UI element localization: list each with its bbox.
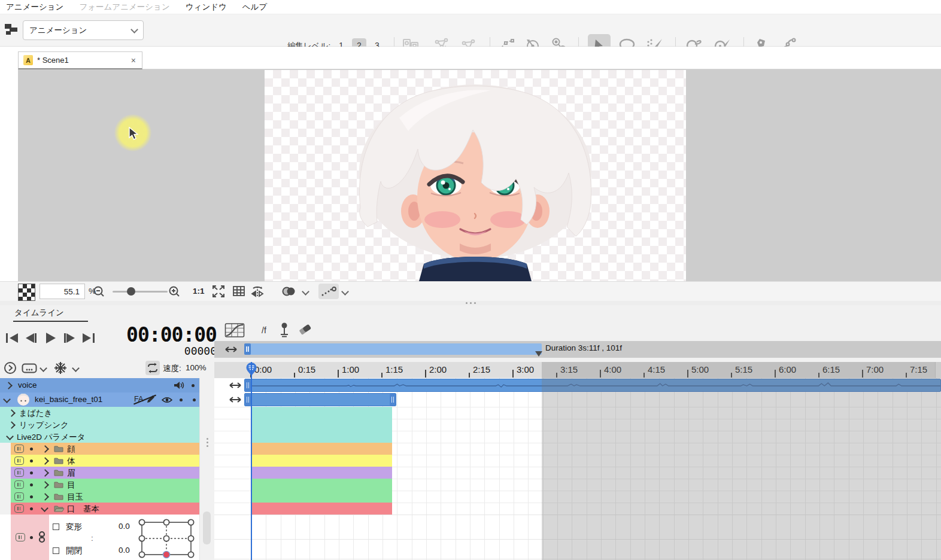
- expand-all-icon[interactable]: [4, 361, 17, 377]
- workspace-selector[interactable]: アニメーション: [23, 20, 144, 40]
- keyframe-band-groups[interactable]: [251, 407, 392, 443]
- snapshot-snowflake-icon[interactable]: [54, 361, 67, 377]
- timeline-track-area[interactable]: [214, 378, 941, 560]
- param-row-eye[interactable]: 目: [0, 479, 199, 491]
- keyframe-band-face[interactable]: [251, 443, 392, 455]
- track-row-voice[interactable]: voice: [0, 378, 199, 392]
- stretch-track-icon[interactable]: [229, 394, 242, 405]
- param-checkbox[interactable]: [53, 524, 59, 530]
- param-checkbox[interactable]: [53, 547, 59, 554]
- transparent-canvas[interactable]: [265, 70, 686, 281]
- zoom-input[interactable]: 55.1: [40, 284, 85, 299]
- keyframe-dot[interactable]: [30, 483, 33, 486]
- go-to-start-button[interactable]: [5, 332, 19, 344]
- actual-size-button[interactable]: 1:1: [193, 287, 205, 296]
- flip-view-icon[interactable]: [250, 284, 266, 299]
- curve-display-icon[interactable]: [318, 284, 339, 299]
- keyframe-dot[interactable]: [180, 398, 183, 401]
- chevron-right-icon[interactable]: [8, 409, 16, 417]
- chevron-down-icon[interactable]: [341, 288, 349, 296]
- keyframe-dot[interactable]: [30, 471, 33, 474]
- keyframe-band-body[interactable]: [251, 455, 392, 467]
- keyframe-band-eyeball[interactable]: [251, 491, 392, 503]
- blend-view-icon[interactable]: [281, 284, 297, 299]
- link-keys-icon[interactable]: [37, 531, 47, 544]
- loop-playback-button[interactable]: [145, 361, 160, 375]
- eye-icon[interactable]: [162, 396, 172, 404]
- duration-bar-handle[interactable]: [244, 343, 251, 355]
- keyframe-dot[interactable]: [30, 495, 33, 498]
- param-value[interactable]: 0.0: [119, 546, 130, 555]
- curve-editor-icon[interactable]: [224, 322, 245, 339]
- scrollbar-thumb[interactable]: [203, 512, 211, 544]
- step-forward-button[interactable]: [62, 332, 77, 344]
- zoom-in-icon[interactable]: [166, 284, 182, 299]
- zoom-slider-knob[interactable]: [127, 287, 135, 296]
- keyframe-dot[interactable]: [30, 507, 33, 510]
- chevron-down-icon[interactable]: [72, 364, 80, 372]
- duration-end-marker[interactable]: [535, 351, 542, 357]
- param-pad-current-point[interactable]: [163, 551, 169, 558]
- canvas-viewport[interactable]: [18, 69, 941, 281]
- xy-param-pad[interactable]: [138, 518, 195, 559]
- close-icon[interactable]: ×: [131, 56, 136, 65]
- panel-splitter[interactable]: [0, 301, 941, 305]
- param-row-mouth-basic[interactable]: 口 基本: [0, 503, 199, 515]
- timeline-ruler[interactable]: 0:000:151:001:152:002:153:003:154:004:15…: [214, 362, 941, 378]
- play-button[interactable]: [43, 332, 57, 344]
- clip-right-handle[interactable]: [390, 394, 396, 406]
- chevron-down-icon[interactable]: [302, 288, 309, 296]
- param-row-face[interactable]: 顔: [0, 443, 199, 455]
- track-list-scrollbar[interactable]: [199, 378, 214, 560]
- model-track-clip[interactable]: [244, 393, 396, 406]
- voice-audio-clip[interactable]: [244, 379, 941, 392]
- timeline-tab[interactable]: タイムライン: [13, 308, 88, 322]
- menu-animation[interactable]: アニメーション: [6, 2, 63, 13]
- chevron-right-icon[interactable]: [8, 421, 16, 429]
- eraser-icon[interactable]: [298, 322, 312, 336]
- param-value[interactable]: 0.0: [119, 522, 130, 531]
- keyframe-band-mouth[interactable]: [251, 503, 392, 515]
- param-row-body[interactable]: 体: [0, 455, 199, 467]
- keyframe-dot[interactable]: [30, 536, 33, 539]
- keyframe-dot[interactable]: [193, 398, 196, 401]
- keyframe-band-eye[interactable]: [251, 479, 392, 491]
- scene-tab[interactable]: A * Scene1 ×: [18, 51, 142, 69]
- chevron-down-icon[interactable]: [40, 364, 47, 372]
- track-row-blink[interactable]: まばたき: [0, 407, 199, 419]
- param-row-brow[interactable]: 眉: [0, 467, 199, 479]
- speed-value[interactable]: 100%: [186, 363, 207, 372]
- chevron-right-icon[interactable]: [5, 382, 13, 389]
- playhead-tool-icon[interactable]: [279, 322, 290, 339]
- track-row-live2d-parameters[interactable]: Live2D パラメータ: [0, 431, 199, 443]
- keyframe-band-brow[interactable]: [251, 467, 392, 479]
- keyframe-dot[interactable]: [192, 384, 195, 387]
- menu-help[interactable]: ヘルプ: [242, 2, 267, 13]
- fps-indicator[interactable]: /f: [262, 325, 266, 335]
- clip-left-handle[interactable]: [245, 394, 251, 406]
- scroll-grip[interactable]: [207, 438, 208, 440]
- zoom-slider[interactable]: [113, 291, 168, 293]
- speaker-icon[interactable]: [174, 381, 184, 389]
- stretch-track-icon[interactable]: [229, 380, 242, 391]
- playhead-line[interactable]: [251, 362, 252, 560]
- folder-icon: [54, 445, 63, 452]
- track-row-lipsync[interactable]: リップシンク: [0, 419, 199, 431]
- param-row-eyeball[interactable]: 目玉: [0, 491, 199, 503]
- clip-left-handle[interactable]: [245, 379, 251, 391]
- zoom-out-icon[interactable]: [91, 284, 107, 299]
- track-row-model[interactable]: kei_basic_free_t01 FA: [0, 392, 199, 407]
- keyframe-dot[interactable]: [30, 459, 33, 462]
- chevron-down-icon[interactable]: [6, 433, 14, 440]
- playhead-pin[interactable]: [241, 362, 257, 379]
- fit-view-icon[interactable]: [211, 284, 226, 299]
- chevron-down-icon[interactable]: [3, 395, 11, 403]
- step-back-button[interactable]: [24, 332, 38, 344]
- background-swatch[interactable]: [18, 284, 35, 301]
- grid-icon[interactable]: [231, 284, 247, 299]
- duration-bar[interactable]: [244, 343, 542, 355]
- onion-skin-icon[interactable]: [22, 363, 37, 376]
- expand-duration-icon[interactable]: [224, 344, 238, 355]
- menu-window[interactable]: ウィンドウ: [186, 2, 227, 13]
- keyframe-dot[interactable]: [30, 448, 33, 451]
